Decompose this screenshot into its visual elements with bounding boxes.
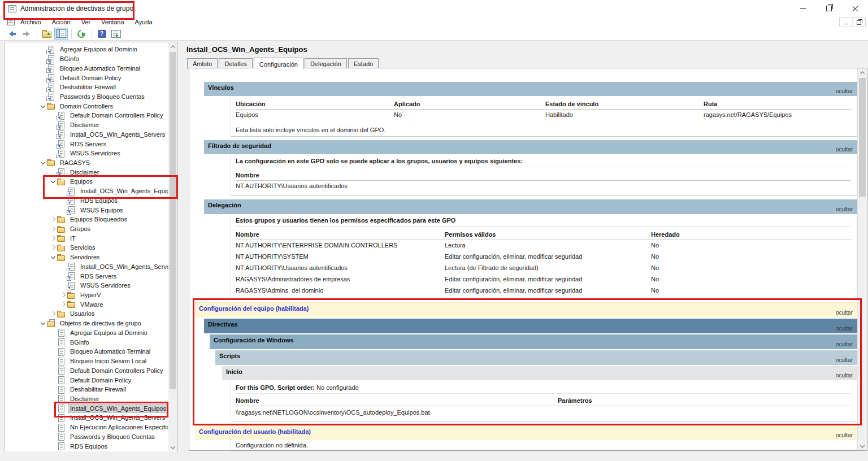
menu-acci-n[interactable]: Acción (52, 19, 71, 25)
menu-archivo[interactable]: Archivo (20, 19, 41, 25)
expander-spacer (49, 395, 57, 403)
minimize-button[interactable] (790, 0, 816, 17)
tree-item-vmware[interactable]: VMware (5, 299, 168, 309)
tree-item-no-ejecucion-aplicaciones-especifica[interactable]: No Ejecucion Aplicaciones Especifica (5, 423, 168, 432)
tree-item-servidores[interactable]: Servidores (5, 253, 168, 262)
section-header-vinculos: Vínculos ocultar (204, 82, 857, 96)
tree-item-wsus-servidores[interactable]: WSUS Servidores (5, 281, 168, 290)
expander-open-icon[interactable] (39, 159, 47, 167)
section-subtitle: Estos grupos y usuarios tienen los permi… (236, 216, 851, 227)
tree-item-install-ocs-win-agents-equipos[interactable]: Install_OCS_Win_Agents_Equipos (5, 186, 168, 196)
tree-item-servicios[interactable]: Servicios (5, 243, 168, 253)
mdi-restore-button[interactable] (852, 18, 865, 27)
tree-item-bginfo[interactable]: BGinfo (5, 337, 168, 347)
tree-item-bloqueo-automatico-terminal[interactable]: Bloqueo Automatico Terminal (5, 63, 168, 73)
tree-item-default-domain-controllers-policy[interactable]: Default Domain Controllers Policy (5, 111, 168, 120)
cell-value: NT AUTHORITY\Usuarios autentificados (236, 182, 348, 189)
expander-closed-icon[interactable] (49, 215, 57, 223)
menu-ventana[interactable]: Ventana (101, 19, 124, 25)
expander-spacer (49, 385, 57, 393)
gpo-link-icon (67, 206, 76, 214)
expander-closed-icon[interactable] (59, 301, 67, 308)
tree-item-agregar-equipos-al-dominio[interactable]: Agregar Equipos al Dominio (5, 328, 168, 338)
tree-item-equipos[interactable]: Equipos (5, 177, 168, 186)
help-button[interactable] (95, 28, 108, 40)
scroll-up-button[interactable] (168, 42, 177, 51)
mdi-minimize-button[interactable] (840, 18, 852, 27)
expander-closed-icon[interactable] (49, 310, 57, 318)
scroll-thumb[interactable] (170, 52, 176, 389)
show-console-tree-button[interactable] (54, 28, 68, 40)
scroll-down-button[interactable] (168, 443, 177, 451)
expander-closed-icon[interactable] (59, 291, 67, 299)
tree-item-wsus-equipos[interactable]: WSUS Equipos (5, 205, 168, 215)
close-button[interactable] (842, 0, 868, 17)
scroll-up-button[interactable] (858, 68, 867, 77)
tree-item-bloqueo-inicio-sesion-local[interactable]: Bloqueo Inicio Sesion Local (5, 356, 168, 366)
hide-link[interactable]: ocultar (836, 146, 853, 153)
vinculos-note: Esta lista solo incluye vínculos en el d… (236, 126, 851, 135)
back-button[interactable] (6, 28, 19, 40)
export-list-button[interactable] (109, 28, 123, 40)
tree-item-deshabilitar-firewall[interactable]: Deshabilitar Firewall (5, 385, 168, 394)
tree-item-install-ocs-win-agents-servers[interactable]: Install_OCS_Win_Agents_Servers (5, 413, 168, 423)
hide-link[interactable]: ocultar (836, 372, 853, 379)
forward-button[interactable] (20, 28, 33, 40)
tree-item-install-ocs-win-agents-equipos[interactable]: Install_OCS_Win_Agents_Equipos (5, 403, 168, 413)
tree-item-grupos[interactable]: Grupos (5, 224, 168, 234)
tree-item-disclaimer[interactable]: Disclaimer (5, 120, 168, 130)
tree-item-disclaimer[interactable]: Disclaimer (5, 394, 168, 404)
hide-link[interactable]: ocultar (836, 341, 853, 347)
tree-item-default-domain-controllers-policy[interactable]: Default Domain Controllers Policy (5, 366, 168, 375)
tree-item-ragasys[interactable]: RAGASYS (5, 158, 168, 168)
tree-item-bloqueo-automatico-terminal[interactable]: Bloqueo Automatico Terminal (5, 347, 168, 356)
expander-open-icon[interactable] (49, 177, 57, 185)
tree-item-rds-servers[interactable]: RDS Servers (5, 271, 168, 281)
hide-link[interactable]: ocultar (836, 88, 853, 94)
expander-open-icon[interactable] (39, 102, 47, 110)
tree-item-hyperv[interactable]: HyperV (5, 290, 168, 300)
tree-item-equipos-bloqueados[interactable]: Equipos Bloqueados (5, 215, 168, 224)
tree-item-rds-equipos[interactable]: RDS Equipos (5, 441, 168, 451)
tree-item-rds-servers[interactable]: RDS Servers (5, 139, 168, 149)
tree-item-default-domain-policy[interactable]: Default Domain Policy (5, 73, 168, 82)
refresh-button[interactable] (75, 28, 88, 40)
scroll-down-button[interactable] (858, 442, 867, 450)
tree-item-deshabilitar-firewall[interactable]: Deshabilitar Firewall (5, 82, 168, 92)
tree-item-rds-equipos[interactable]: RDS Equipos (5, 196, 168, 206)
expander-closed-icon[interactable] (49, 243, 57, 251)
menu-ayuda[interactable]: Ayuda (135, 19, 153, 25)
tree-item-it[interactable]: IT (5, 233, 168, 243)
menu-ver[interactable]: Ver (81, 19, 91, 25)
tree-item-objetos-de-directiva-de-grupo[interactable]: Objetos de directiva de grupo (5, 319, 168, 328)
up-one-level-button[interactable] (40, 28, 54, 40)
tree-item-passwords-y-bloqueo-cuentas[interactable]: Passwords y Bloqueo Cuentas (5, 92, 168, 102)
expander-closed-icon[interactable] (49, 234, 57, 242)
hide-link[interactable]: ocultar (836, 432, 853, 438)
tree-item-agregar-equipos-al-dominio[interactable]: Agregar Equipos al Dominio (5, 45, 168, 54)
tree-item-bginfo[interactable]: BGinfo (5, 54, 168, 64)
restore-button[interactable] (816, 0, 842, 17)
tree-item-wsus-servidores[interactable]: WSUS Servidores (5, 149, 168, 158)
tree-item-domain-controllers[interactable]: Domain Controllers (5, 101, 168, 111)
section-header-filtrado: Filtrado de seguridad ocultar (204, 140, 857, 154)
hide-link[interactable]: ocultar (836, 206, 853, 212)
tree-item-passwords-y-bloqueo-cuentas[interactable]: Passwords y Bloqueo Cuentas (5, 432, 168, 441)
script-order-label: For this GPO, Script order: (236, 384, 315, 391)
report-vertical-scrollbar[interactable] (857, 68, 867, 450)
tree-item-install-ocs-win-agents-servers[interactable]: Install_OCS_Win_Agents_Servers (5, 129, 168, 139)
expander-open-icon[interactable] (39, 319, 47, 327)
tree-item-default-domain-policy[interactable]: Default Domain Policy (5, 375, 168, 385)
tab-configuraci-n[interactable]: Configuración (254, 58, 303, 69)
hide-link[interactable]: ocultar (836, 325, 853, 332)
tree-item-label: Default Domain Controllers Policy (68, 367, 164, 375)
tree-item-usuarios[interactable]: Usuarios (5, 309, 168, 319)
expander-closed-icon[interactable] (49, 225, 57, 233)
scroll-thumb[interactable] (859, 78, 866, 197)
tree-vertical-scrollbar[interactable] (168, 42, 177, 451)
hide-link[interactable]: ocultar (836, 310, 853, 316)
hide-link[interactable]: ocultar (836, 357, 853, 363)
tree-item-disclaimer[interactable]: Disclaimer (5, 167, 168, 177)
expander-open-icon[interactable] (49, 253, 57, 261)
tree-item-install-ocs-win-agents-servers[interactable]: Install_OCS_Win_Agents_Servers (5, 262, 168, 272)
